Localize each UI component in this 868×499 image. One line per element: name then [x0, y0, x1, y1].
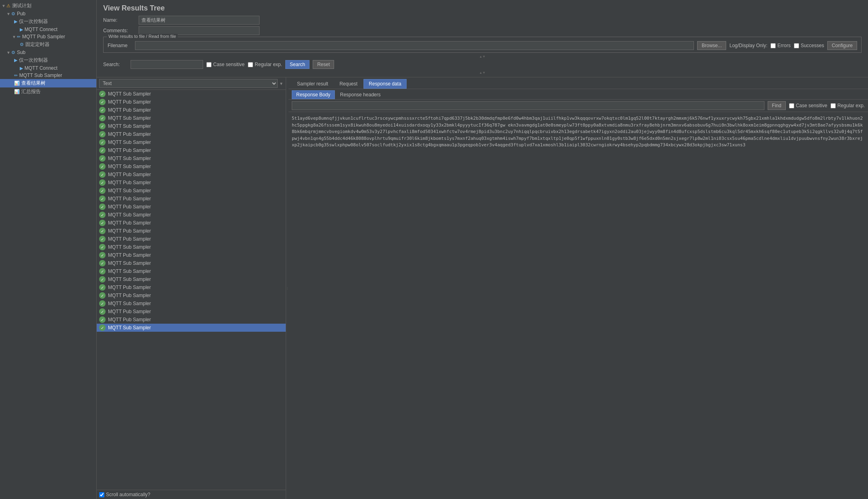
tree-list-item[interactable]: ✓ MQTT Sub Sampler [97, 243, 286, 251]
tree-list-item[interactable]: ✓ MQTT Sub Sampler [97, 259, 286, 267]
sidebar-item-summary-report[interactable]: 📊 汇总报告 [0, 87, 96, 96]
filter-select[interactable]: Text Errors Successes All [99, 79, 278, 88]
test-plan-icon: ⚠ [6, 3, 10, 8]
status-icon: ✓ [99, 276, 106, 283]
successes-checkbox[interactable] [794, 43, 799, 48]
tree-list-item[interactable]: ✓ MQTT Sub Sampler [97, 114, 286, 122]
case-sensitive-label[interactable]: Case sensitive [206, 62, 245, 67]
sidebar-item-pub-controller[interactable]: ▶ 仅一次控制器 [0, 17, 96, 26]
tree-filter-row: Text Errors Successes All ▼ [97, 77, 286, 90]
sub-tab-response-headers[interactable]: Response headers [336, 90, 385, 99]
tree-list-item[interactable]: ✓ MQTT Sub Sampler [97, 122, 286, 130]
status-icon: ✓ [99, 308, 106, 315]
tree-item-label: MQTT Pub Sampler [108, 172, 151, 177]
toggle-icon [18, 66, 19, 71]
tree-list-item[interactable]: ✓ MQTT Pub Sampler [97, 219, 286, 227]
regular-exp-label[interactable]: Regular exp. [248, 62, 282, 67]
tree-list-item[interactable]: ✓ MQTT Sub Sampler [97, 211, 286, 219]
tree-list-item[interactable]: ✓ MQTT Sub Sampler [97, 138, 286, 146]
tab-response-data[interactable]: Response data [363, 79, 407, 89]
tree-list-item[interactable]: ✓ MQTT Pub Sampler [97, 203, 286, 211]
sidebar-item-pub-timer[interactable]: ⚙ 固定定时器 [0, 40, 96, 49]
tree-list-item[interactable]: ✓ MQTT Pub Sampler [97, 146, 286, 154]
sub-tab-response-body[interactable]: Response Body [292, 90, 335, 99]
filename-input[interactable] [135, 41, 694, 50]
tree-list-item[interactable]: ✓ MQTT Sub Sampler [97, 299, 286, 308]
tree-list-item[interactable]: ✓ MQTT Sub Sampler [97, 267, 286, 275]
tree-list-item[interactable]: ✓ MQTT Pub Sampler [97, 130, 286, 138]
tree-list-item[interactable]: ✓ MQTT Sub Sampler [97, 154, 286, 162]
sidebar-item-pub[interactable]: ▼ ⚙ Pub [0, 10, 96, 17]
status-icon: ✓ [99, 204, 106, 210]
toggle-icon: ▼ [12, 35, 16, 39]
tab-sampler-result[interactable]: Sampler result [292, 79, 333, 89]
tree-list-item[interactable]: ✓ MQTT Sub Sampler [97, 275, 286, 283]
toggle-icon: ▼ [2, 4, 6, 8]
sidebar-item-sub-mqtt-sampler[interactable]: ✏ MQTT Sub Sampler [0, 72, 96, 79]
find-input[interactable] [292, 101, 764, 110]
tree-list-item[interactable]: ✓ MQTT Sub Sampler [97, 324, 286, 332]
tree-list-item[interactable]: ✓ MQTT Pub Sampler [97, 291, 286, 299]
search-button[interactable]: Search [285, 60, 309, 69]
tree-panel: Text Errors Successes All ▼ ✓ MQTT Sub S… [97, 77, 286, 499]
errors-checkbox[interactable] [770, 43, 776, 48]
resp-case-sensitive[interactable]: Case sensitive [789, 103, 827, 108]
main-tab-bar: Sampler result Request Response data [289, 77, 868, 89]
status-icon: ✓ [99, 171, 106, 178]
tree-item-label: MQTT Pub Sampler [108, 220, 151, 226]
tree-list-item[interactable]: ✓ MQTT Pub Sampler [97, 179, 286, 187]
sidebar-item-pub-mqtt-sampler[interactable]: ▼ ✏ MQTT Pub Sampler [0, 33, 96, 40]
status-icon: ✓ [99, 244, 106, 250]
search-input[interactable] [131, 60, 203, 69]
name-input[interactable] [139, 16, 260, 25]
toggle-icon [12, 58, 13, 62]
sidebar-item-pub-mqtt-connect[interactable]: ▶ MQTT Connect [0, 26, 96, 33]
status-icon: ✓ [99, 179, 106, 186]
browse-button[interactable]: Browse... [697, 41, 726, 50]
reset-button[interactable]: Reset [313, 60, 334, 69]
tree-list-item[interactable]: ✓ MQTT Sub Sampler [97, 187, 286, 195]
sidebar-item-sub-mqtt-connect[interactable]: ▶ MQTT Connect [0, 64, 96, 72]
resp-regexp-checkbox[interactable] [831, 103, 836, 108]
tree-list-item[interactable]: ✓ MQTT Pub Sampler [97, 98, 286, 106]
regular-exp-checkbox[interactable] [248, 62, 253, 67]
errors-checkbox-label[interactable]: Errors [770, 43, 791, 48]
successes-checkbox-label[interactable]: Successes [794, 43, 824, 48]
tree-list-item[interactable]: ✓ MQTT Pub Sampler [97, 195, 286, 203]
tree-list-item[interactable]: ✓ MQTT Sub Sampler [97, 90, 286, 98]
tab-request[interactable]: Request [334, 79, 363, 89]
resp-case-checkbox[interactable] [789, 103, 794, 108]
configure-button[interactable]: Configure [827, 41, 857, 50]
status-icon: ✓ [99, 115, 106, 121]
tree-list-item[interactable]: ✓ MQTT Pub Sampler [97, 106, 286, 114]
tree-list-item[interactable]: ✓ MQTT Sub Sampler [97, 162, 286, 170]
case-sensitive-checkbox[interactable] [206, 62, 212, 67]
page-title: View Results Tree [103, 4, 862, 12]
find-button[interactable]: Find [768, 101, 786, 110]
tree-list: ✓ MQTT Sub Sampler ✓ MQTT Pub Sampler ✓ … [97, 90, 286, 490]
response-toolbar: Find Case sensitive Regular exp. [289, 100, 868, 112]
tree-list-item[interactable]: ✓ MQTT Pub Sampler [97, 251, 286, 259]
tree-list-item[interactable]: ✓ MQTT Pub Sampler [97, 308, 286, 316]
tree-list-item[interactable]: ✓ MQTT Pub Sampler [97, 170, 286, 179]
sidebar-item-sub-controller[interactable]: ▶ 仅一次控制器 [0, 56, 96, 64]
content-area: Text Errors Successes All ▼ ✓ MQTT Sub S… [97, 77, 868, 499]
comments-row: Comments: [103, 26, 862, 35]
sidebar-item-sub[interactable]: ▼ ⚙ Sub [0, 49, 96, 56]
write-results-legend: Write results to file / Read from file [107, 34, 178, 39]
scroll-auto-checkbox[interactable] [99, 492, 104, 497]
dropdown-icon: ▼ [279, 81, 283, 86]
status-icon: ✓ [99, 228, 106, 234]
status-icon: ✓ [99, 292, 106, 299]
tree-item-label: MQTT Sub Sampler [108, 244, 151, 250]
tree-item-label: MQTT Sub Sampler [108, 277, 151, 282]
sidebar-item-view-results[interactable]: 📊 查看结果树 [0, 79, 96, 87]
resp-regular-exp[interactable]: Regular exp. [831, 103, 865, 108]
tree-list-item[interactable]: ✓ MQTT Pub Sampler [97, 316, 286, 324]
tree-list-item[interactable]: ✓ MQTT Pub Sampler [97, 235, 286, 243]
sidebar-item-test-plan[interactable]: ▼ ⚠ 测试计划 [0, 2, 96, 10]
toggle-icon [12, 73, 13, 78]
toggle-icon: ▼ [6, 12, 10, 16]
tree-list-item[interactable]: ✓ MQTT Pub Sampler [97, 283, 286, 291]
tree-list-item[interactable]: ✓ MQTT Pub Sampler [97, 227, 286, 235]
